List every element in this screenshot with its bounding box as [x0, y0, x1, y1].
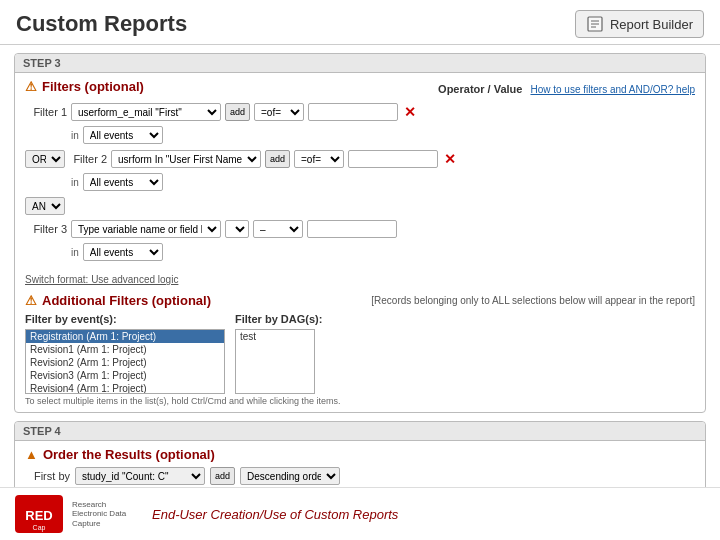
events-col: Filter by event(s): Registration (Arm 1:… — [25, 313, 225, 394]
switch-format-link[interactable]: Switch format: Use advanced logic — [25, 274, 178, 285]
event-item-0[interactable]: Registration (Arm 1: Project) — [26, 330, 224, 343]
filter3-dash-select[interactable]: – — [253, 220, 303, 238]
filter2-sub-row: in All events — [71, 173, 695, 191]
additional-funnel-icon: ⚠ — [25, 293, 37, 308]
filter2-field-select[interactable]: usrform In "User First Name" — [111, 150, 261, 168]
event-item-2[interactable]: Revision2 (Arm 1: Project) — [26, 356, 224, 369]
first-by-add-btn[interactable]: add — [210, 467, 235, 485]
additional-filters-note: [Records belonging only to ALL selection… — [371, 295, 695, 306]
event-item-1[interactable]: Revision1 (Arm 1: Project) — [26, 343, 224, 356]
dag-item-0[interactable]: test — [236, 330, 314, 343]
filter1-field-select[interactable]: userform_e_mail "First" — [71, 103, 221, 121]
funnel-icon: ⚠ — [25, 79, 37, 94]
filter2-connector-select[interactable]: OR — [25, 150, 65, 168]
filter1-sub-row: in All events — [71, 126, 695, 144]
filter3-op-select[interactable]: = — [225, 220, 249, 238]
additional-filters-header: ⚠ Additional Filters (optional) [Records… — [25, 293, 695, 308]
filter1-event-prefix: in — [71, 130, 79, 141]
footer: RED Cap Research Electronic Data Capture… — [0, 487, 720, 540]
step3-box: STEP 3 ⚠ Filters (optional) Operator / V… — [14, 53, 706, 413]
filter3-label: Filter 3 — [25, 223, 67, 235]
report-builder-button[interactable]: Report Builder — [575, 10, 704, 38]
svg-text:Cap: Cap — [33, 524, 46, 532]
logo-area: RED Cap Research Electronic Data Capture — [14, 494, 132, 534]
first-by-dir-select[interactable]: Descending order — [240, 467, 340, 485]
app-header: Custom Reports Report Builder — [0, 0, 720, 45]
first-by-label: First by — [25, 470, 70, 482]
filter3-event-prefix: in — [71, 247, 79, 258]
order-results-header: ▲ Order the Results (optional) — [25, 447, 695, 462]
filter1-value-input[interactable] — [308, 103, 398, 121]
filters-section: Filter 1 userform_e_mail "First" add =of… — [25, 103, 695, 287]
filter1-events-select[interactable]: All events — [83, 126, 163, 144]
filter1-add-btn[interactable]: add — [225, 103, 250, 121]
filter-by-dag-label: Filter by DAG(s): — [235, 313, 322, 325]
filters-top-row: ⚠ Filters (optional) Operator / Value Ho… — [25, 79, 695, 99]
first-by-row: First by study_id "Count: C" add Descend… — [25, 467, 695, 485]
filter-by-events-label: Filter by event(s): — [25, 313, 225, 325]
switch-format-row: Switch format: Use advanced logic — [25, 269, 695, 287]
order-icon: ▲ — [25, 447, 38, 462]
events-listbox[interactable]: Registration (Arm 1: Project) Revision1 … — [25, 329, 225, 394]
dag-col: Filter by DAG(s): test — [235, 313, 322, 394]
footer-text: End-User Creation/Use of Custom Reports — [152, 507, 398, 522]
filter3-row: Filter 3 Type variable name or field lab… — [25, 220, 695, 238]
report-builder-icon — [586, 15, 604, 33]
filter2-value-input[interactable] — [348, 150, 438, 168]
step3-label: STEP 3 — [15, 54, 705, 73]
main-content: STEP 3 ⚠ Filters (optional) Operator / V… — [0, 45, 720, 540]
filter3-field-select[interactable]: Type variable name or field label — [71, 220, 221, 238]
event-item-4[interactable]: Revision4 (Arm 1: Project) — [26, 382, 224, 394]
operator-value-label: Operator / Value — [438, 83, 522, 95]
filter3-value-input[interactable] — [307, 220, 397, 238]
additional-filters-section: ⚠ Additional Filters (optional) [Records… — [25, 293, 695, 406]
multi-select-hint: To select multiple items in the list(s),… — [25, 396, 695, 406]
redcap-logo: RED Cap — [14, 494, 64, 534]
additional-filters-content: Filter by event(s): Registration (Arm 1:… — [25, 313, 695, 394]
step4-label: STEP 4 — [15, 422, 705, 441]
filter2-remove-btn[interactable]: ✕ — [444, 151, 456, 167]
first-by-field-select[interactable]: study_id "Count: C" — [75, 467, 205, 485]
filter1-op-select[interactable]: =of= — [254, 103, 304, 121]
svg-text:RED: RED — [25, 508, 52, 523]
filters-header: ⚠ Filters (optional) — [25, 79, 144, 94]
filter2-events-select[interactable]: All events — [83, 173, 163, 191]
filter1-label: Filter 1 — [25, 106, 67, 118]
filter2-add-btn[interactable]: add — [265, 150, 290, 168]
filter2-connector-row: OR Filter 2 usrform In "User First Name"… — [25, 150, 695, 168]
filter3-sub-row: in All events — [71, 243, 695, 261]
event-item-3[interactable]: Revision3 (Arm 1: Project) — [26, 369, 224, 382]
filter1-row: Filter 1 userform_e_mail "First" add =of… — [25, 103, 695, 121]
and-connector-row: AND — [25, 197, 695, 215]
filter3-events-select[interactable]: All events — [83, 243, 163, 261]
filter1-remove-btn[interactable]: ✕ — [404, 104, 416, 120]
filter2-op-select[interactable]: =of= — [294, 150, 344, 168]
filter2-event-prefix: in — [71, 177, 79, 188]
filter2-label: Filter 2 — [69, 153, 107, 165]
how-to-link[interactable]: How to use filters and AND/OR? help — [530, 84, 695, 95]
page-title: Custom Reports — [16, 11, 187, 37]
report-builder-label: Report Builder — [610, 17, 693, 32]
step3-content: ⚠ Filters (optional) Operator / Value Ho… — [15, 73, 705, 412]
dag-listbox[interactable]: test — [235, 329, 315, 394]
logo-subtitle: Research Electronic Data Capture — [72, 500, 132, 529]
and-connector-select[interactable]: AND — [25, 197, 65, 215]
